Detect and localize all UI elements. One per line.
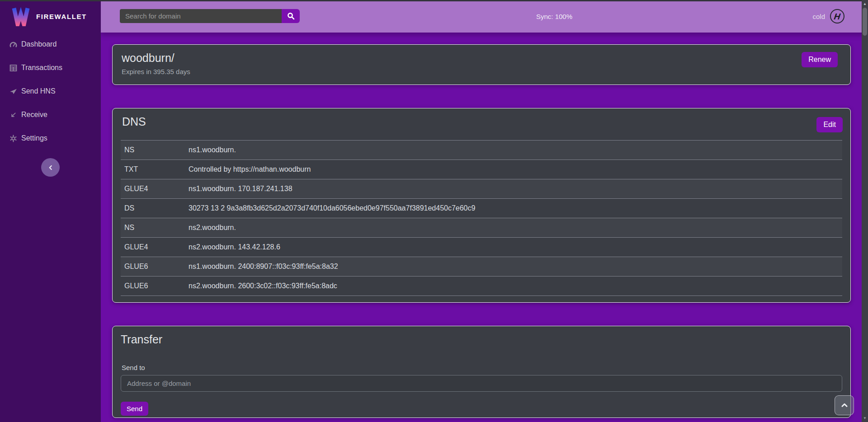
- dns-record-value: ns1.woodburn. 2400:8907::f03c:93ff:fe5a:…: [185, 257, 842, 277]
- sidebar-item-label: Dashboard: [21, 40, 57, 48]
- sync-status: Sync: 100%: [509, 0, 599, 33]
- dns-record-row: GLUE6 ns2.woodburn. 2600:3c02::f03c:93ff…: [121, 277, 842, 296]
- window-top-edge: [0, 0, 868, 1]
- dns-record-type: GLUE6: [121, 257, 185, 277]
- handshake-logo-icon: H: [830, 9, 844, 23]
- dns-record-type: GLUE6: [121, 277, 185, 296]
- sidebar: FIREWALLET Dashboard: [0, 0, 101, 422]
- dashboard-gauge-icon: [9, 40, 17, 48]
- send-transfer-button[interactable]: Send: [121, 402, 148, 416]
- wallet-indicator[interactable]: cold H: [812, 0, 844, 33]
- dns-record-row: NS ns1.woodburn.: [121, 141, 842, 160]
- dns-card: DNS Edit NS ns1.woodburn. TXT Controlled…: [112, 108, 851, 303]
- dns-record-type: DS: [121, 199, 185, 218]
- send-to-label: Send to: [122, 364, 842, 371]
- table-icon: [9, 64, 17, 72]
- sidebar-item-dashboard[interactable]: Dashboard: [0, 33, 101, 56]
- topbar: Sync: 100% cold H: [101, 0, 868, 33]
- sidebar-nav: Dashboard Transactions: [0, 33, 101, 150]
- dns-record-value: ns2.woodburn. 2600:3c02::f03c:93ff:fe5a:…: [185, 277, 842, 296]
- dns-record-type: TXT: [121, 160, 185, 179]
- search-button[interactable]: [282, 9, 300, 23]
- sidebar-item-send-hns[interactable]: Send HNS: [0, 80, 101, 103]
- edit-dns-button[interactable]: Edit: [816, 117, 843, 132]
- domain-search-group: [120, 9, 300, 23]
- domain-expiry: Expires in 395.35 days: [122, 68, 841, 75]
- sidebar-item-settings[interactable]: Settings: [0, 127, 101, 150]
- sidebar-item-label: Send HNS: [21, 87, 56, 95]
- dns-record-row: GLUE4 ns1.woodburn. 170.187.241.138: [121, 179, 842, 199]
- sidebar-item-receive[interactable]: Receive: [0, 103, 101, 127]
- wallet-name: cold: [812, 13, 825, 20]
- chevron-left-icon: [47, 164, 54, 171]
- sidebar-collapse-button[interactable]: [41, 158, 60, 177]
- transfer-card-title: Transfer: [121, 333, 842, 346]
- domain-title: woodburn/: [122, 52, 841, 65]
- send-plane-icon: [9, 87, 17, 95]
- scrollbar-up-arrow-icon[interactable]: ▲: [862, 2, 868, 6]
- magnifier-icon: [287, 12, 295, 20]
- chevron-up-icon: [840, 401, 849, 409]
- dns-record-row: DS 30273 13 2 9a3a8fb3d625d2a2073d740f10…: [121, 199, 842, 218]
- dns-record-value: ns1.woodburn.: [185, 141, 842, 160]
- transfer-address-input[interactable]: [121, 375, 842, 392]
- dns-record-value: ns2.woodburn.: [185, 218, 842, 238]
- firewallet-logo-icon: [12, 6, 30, 26]
- dns-record-row: TXT Controlled by https://nathan.woodbur…: [121, 160, 842, 179]
- main-content: woodburn/ Expires in 395.35 days Renew D…: [101, 33, 862, 422]
- dns-record-type: GLUE4: [121, 238, 185, 257]
- dns-table-body: NS ns1.woodburn. TXT Controlled by https…: [121, 141, 842, 296]
- dns-record-row: GLUE6 ns1.woodburn. 2400:8907::f03c:93ff…: [121, 257, 842, 277]
- brand-name: FIREWALLET: [36, 13, 87, 20]
- dns-record-value: ns2.woodburn. 143.42.128.6: [185, 238, 842, 257]
- renew-button[interactable]: Renew: [802, 52, 838, 67]
- search-input[interactable]: [120, 9, 282, 23]
- dns-record-value: Controlled by https://nathan.woodburn: [185, 160, 842, 179]
- scrollbar-thumb[interactable]: [863, 8, 867, 36]
- dns-record-type: NS: [121, 141, 185, 160]
- scroll-to-top-button[interactable]: [835, 395, 854, 415]
- scrollbar[interactable]: ▲ ▼: [862, 0, 868, 422]
- transfer-card: Transfer Send to Send: [112, 326, 851, 418]
- dns-record-row: GLUE4 ns2.woodburn. 143.42.128.6: [121, 238, 842, 257]
- dns-card-title: DNS: [122, 115, 842, 128]
- dns-record-type: GLUE4: [121, 179, 185, 199]
- sidebar-item-transactions[interactable]: Transactions: [0, 56, 101, 80]
- domain-card: woodburn/ Expires in 395.35 days Renew: [112, 44, 851, 85]
- dns-record-row: NS ns2.woodburn.: [121, 218, 842, 238]
- sidebar-item-label: Receive: [21, 111, 47, 119]
- scrollbar-down-arrow-icon[interactable]: ▼: [862, 416, 868, 420]
- sidebar-item-label: Transactions: [21, 64, 62, 72]
- dns-record-value: ns1.woodburn. 170.187.241.138: [185, 179, 842, 199]
- receive-arrow-icon: [9, 111, 17, 119]
- dns-record-type: NS: [121, 218, 185, 238]
- brand[interactable]: FIREWALLET: [0, 0, 101, 33]
- dns-record-value: 30273 13 2 9a3a8fb3d625d2a2073d740f10da6…: [185, 199, 842, 218]
- sidebar-item-label: Settings: [21, 134, 47, 142]
- gear-icon: [9, 134, 17, 142]
- dns-records-table: NS ns1.woodburn. TXT Controlled by https…: [121, 140, 842, 296]
